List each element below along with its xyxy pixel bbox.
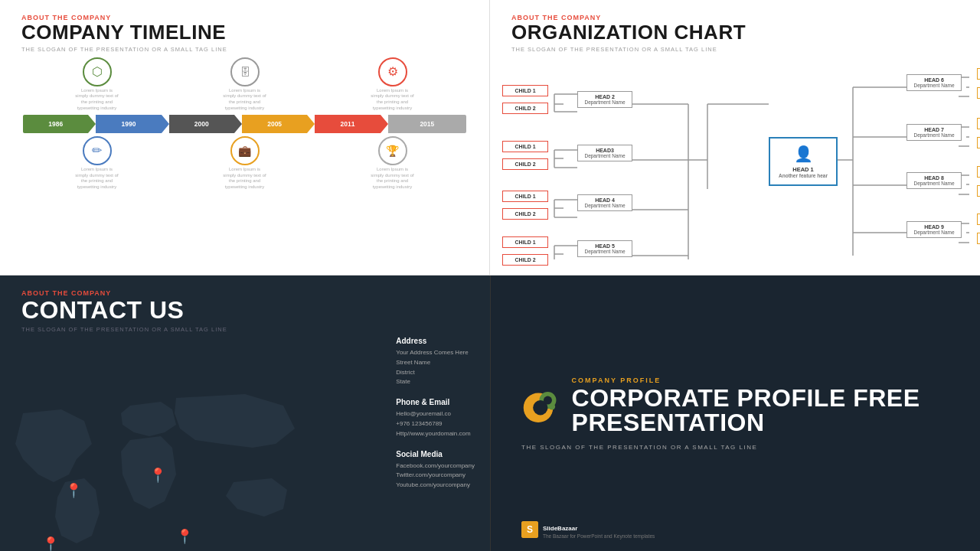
phone-title: Phone & Email — [396, 398, 475, 406]
right-child4-2: CHILD 2 — [977, 233, 980, 244]
head3-box: HEAD3 Department Name — [577, 145, 632, 161]
logo-area: COMPANY PROFILE CORPORATE PROFILE FREE P… — [521, 377, 949, 435]
left-child2-2: CHILD 2 — [502, 158, 548, 170]
timeline-icon-2: 🗄 Lorem Ipsum issimply dummy text ofthe … — [214, 57, 276, 112]
tl-seg-2000: 2000 — [169, 115, 234, 133]
svg-text:S: S — [527, 524, 533, 535]
head5-box: HEAD 5 Department Name — [577, 240, 632, 257]
head7-box: HEAD 7 Department Name — [906, 124, 962, 141]
svg-point-50 — [549, 403, 555, 409]
address-title: Address — [396, 337, 475, 345]
org-title: ORGANIZATION CHART — [511, 21, 959, 44]
map-pin-orange: 📍 — [149, 467, 166, 484]
tl-seg-1986: 1986 — [23, 115, 88, 133]
social-lines: Facebook.com/yourcompanyTwitter.com/your… — [396, 461, 475, 491]
contact-slide: ABOUT THE COMPANY CONTACT US THE SLOGAN … — [0, 276, 490, 551]
left-child2-1: CHILD 1 — [502, 141, 548, 152]
address-section: Address Your Address Comes HereStreet Na… — [396, 337, 475, 387]
svg-point-49 — [544, 396, 552, 404]
contact-tagline: THE SLOGAN OF THE PRESENTATION OR A SMAL… — [21, 326, 469, 333]
org-tagline: THE SLOGAN OF THE PRESENTATION OR A SMAL… — [511, 46, 959, 53]
tl-seg-2011: 2011 — [315, 115, 380, 133]
phone-section: Phone & Email Hello@youremail.co+976 123… — [396, 398, 475, 439]
social-title: Social Media — [396, 450, 475, 458]
timeline-text-2: Lorem Ipsum issimply dummy text ofthe pr… — [223, 88, 266, 112]
org-header: ABOUT THE COMPANY ORGANIZATION CHART THE… — [490, 0, 980, 57]
timeline-tagline: THE SLOGAN OF THE PRESENTATION OR A SMAL… — [21, 46, 468, 53]
head9-box: HEAD 9 Department Name — [906, 221, 962, 238]
timeline-icon-1: ⬡ Lorem Ipsum issimply dummy text ofthe … — [67, 57, 128, 112]
phone-lines: Hello@youremail.co+976 123456789Http//ww… — [396, 409, 475, 439]
corp-title: CORPORATE PROFILE FREE PRESENTATION — [572, 386, 949, 435]
right-child4-1: CHILD 1 — [977, 214, 980, 225]
map-pin-green: 📍 — [42, 536, 59, 551]
slidebazaar-brand: S SlideBazaar The Bazaar for PowerPoint … — [521, 520, 655, 539]
tl-arrow-5 — [381, 115, 388, 133]
address-lines: Your Address Comes HereStreet NameDistri… — [396, 348, 475, 387]
slidebazaar-text: SlideBazaar The Bazaar for PowerPoint an… — [543, 520, 655, 539]
timeline-slide: ABOUT THE COMPANY COMPANY TIMELINE THE S… — [0, 0, 490, 276]
slidebazaar-icon: S — [521, 521, 538, 538]
right-child3-2: CHILD 2 — [977, 185, 980, 197]
timeline-content: ⬡ Lorem Ipsum issimply dummy text ofthe … — [0, 57, 489, 191]
timeline-text-3: Lorem Ipsum issimply dummy text ofthe pr… — [371, 88, 413, 112]
tl-seg-1990: 1990 — [96, 115, 161, 133]
tl-arrow-1 — [88, 115, 96, 133]
tl-arrow-4 — [307, 115, 315, 133]
contact-title: CONTACT US — [21, 297, 469, 324]
timeline-text-4: Lorem Ipsum issimply dummy text ofthe pr… — [75, 167, 118, 191]
logo-text: COMPANY PROFILE CORPORATE PROFILE FREE P… — [572, 377, 949, 435]
head1-box: 👤 HEAD 1 Another feature hear — [769, 137, 838, 186]
right-child2-2: CHILD 2 — [977, 137, 980, 148]
contact-info: Address Your Address Comes HereStreet Na… — [396, 337, 475, 501]
tl-seg-2005: 2005 — [242, 115, 307, 133]
right-child3-1: CHILD 1 — [977, 166, 980, 178]
head2-box: HEAD 2 Department Name — [577, 91, 632, 108]
head4-box: HEAD 4 Department Name — [577, 194, 632, 211]
timeline-icon-5: 💼 Lorem Ipsum issimply dummy text ofthe … — [214, 136, 276, 191]
tl-arrow-2 — [162, 115, 169, 133]
timeline-icons-bottom: ✏ Lorem Ipsum issimply dummy text ofthe … — [15, 136, 474, 191]
org-lines — [501, 60, 969, 259]
timeline-icon-6: 🏆 Lorem Ipsum issimply dummy text ofthe … — [362, 136, 423, 191]
timeline-circle-3: ⚙ — [378, 57, 407, 86]
social-section: Social Media Facebook.com/yourcompanyTwi… — [396, 450, 475, 491]
head8-box: HEAD 8 Department Name — [906, 172, 962, 189]
company-profile-label: COMPANY PROFILE — [572, 377, 949, 384]
contact-header: ABOUT THE COMPANY CONTACT US THE SLOGAN … — [0, 276, 490, 337]
timeline-icons-top: ⬡ Lorem Ipsum issimply dummy text ofthe … — [15, 57, 474, 112]
timeline-circle-2: 🗄 — [230, 57, 260, 86]
corporate-profile-slide: COMPANY PROFILE CORPORATE PROFILE FREE P… — [490, 276, 980, 551]
timeline-text-6: Lorem Ipsum issimply dummy text ofthe pr… — [371, 167, 413, 191]
timeline-icon-3: ⚙ Lorem Ipsum issimply dummy text ofthe … — [362, 57, 423, 112]
org-chart-slide: ABOUT THE COMPANY ORGANIZATION CHART THE… — [490, 0, 980, 276]
q4-content: COMPANY PROFILE CORPORATE PROFILE FREE P… — [491, 276, 980, 551]
right-child2-1: CHILD 1 — [977, 118, 980, 129]
timeline-circle-4: ✏ — [83, 136, 112, 165]
right-child1-2: CHILD 2 — [977, 87, 980, 99]
right-child1-1: CHILD 1 — [977, 68, 980, 80]
timeline-title: COMPANY TIMELINE — [21, 21, 468, 44]
timeline-circle-6: 🏆 — [378, 136, 407, 165]
tl-seg-2015: 2015 — [388, 115, 466, 133]
org-content: 👤 HEAD 1 Another feature hear HEAD 2 Dep… — [490, 57, 980, 259]
map-pin-blue: 📍 — [65, 482, 82, 499]
left-child1-1: CHILD 1 — [502, 85, 548, 96]
left-child1-2: CHILD 2 — [502, 103, 548, 114]
timeline-bar: 1986 1990 2000 2005 2011 2015 — [23, 115, 466, 133]
left-child4-1: CHILD 1 — [502, 236, 548, 248]
company-logo — [521, 378, 560, 433]
map-pin-red: 📍 — [176, 528, 193, 545]
tl-arrow-3 — [234, 115, 242, 133]
timeline-text-1: Lorem Ipsum issimply dummy text ofthe pr… — [75, 88, 118, 112]
timeline-circle-1: ⬡ — [83, 57, 112, 86]
corp-tagline: THE SLOGAN OF THE PRESENTATION OR A SMAL… — [521, 444, 757, 451]
org-chart: 👤 HEAD 1 Another feature hear HEAD 2 Dep… — [501, 60, 969, 259]
head6-box: HEAD 6 Department Name — [906, 74, 962, 91]
left-child3-1: CHILD 1 — [502, 191, 548, 202]
left-child3-2: CHILD 2 — [502, 208, 548, 220]
timeline-circle-5: 💼 — [230, 136, 260, 165]
left-child4-2: CHILD 2 — [502, 254, 548, 266]
timeline-header: ABOUT THE COMPANY COMPANY TIMELINE THE S… — [0, 0, 489, 57]
timeline-icon-4: ✏ Lorem Ipsum issimply dummy text ofthe … — [67, 136, 128, 191]
